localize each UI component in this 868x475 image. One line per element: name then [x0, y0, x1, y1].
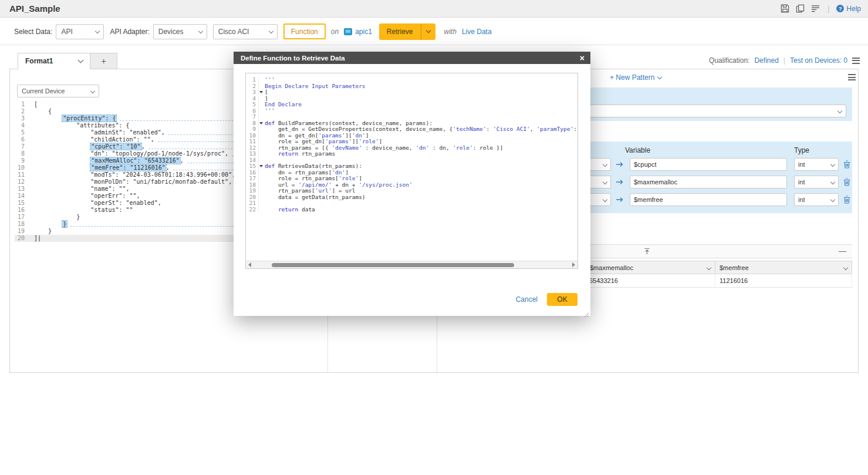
delete-variable-icon[interactable] [843, 178, 852, 186]
code-text: return rtn_params [265, 151, 335, 157]
type-dropdown[interactable]: int [794, 193, 839, 206]
fold-gutter [259, 108, 265, 114]
result-column-header[interactable]: $memfree [715, 261, 852, 274]
line-number: 12 [15, 178, 29, 186]
help-button[interactable]: ? Help [836, 5, 861, 13]
map-arrow-icon [616, 161, 625, 167]
code-line[interactable]: 2Begin Declare Input Parameters [246, 83, 577, 90]
fold-gutter [29, 129, 34, 136]
chevron-down-icon [198, 28, 203, 33]
variable-name-input[interactable] [630, 158, 787, 171]
variable-name-input[interactable] [630, 176, 787, 188]
function-code[interactable]: 1'''2Begin Declare Input Parameters3[4]5… [246, 77, 577, 213]
variable-column-header: Variable [625, 146, 650, 154]
chevron-down-icon [90, 89, 95, 93]
retrieve-split-button[interactable]: Retrieve [379, 23, 435, 40]
close-icon[interactable]: × [580, 54, 585, 62]
test-on-devices-link[interactable]: Test on Devices: 0 [790, 56, 847, 65]
resize-handle-icon[interactable] [584, 309, 590, 315]
chevron-down-icon [707, 265, 711, 269]
device-icon [344, 28, 352, 35]
code-line[interactable]: 22 return data [246, 207, 577, 213]
code-line[interactable]: 6''' [246, 108, 577, 114]
fold-gutter [259, 157, 265, 164]
api-adapter-dropdown[interactable]: Devices [153, 24, 207, 39]
help-icon: ? [836, 5, 844, 12]
code-text: "adminSt": "enabled", [34, 129, 165, 136]
horizontal-scrollbar[interactable] [246, 261, 577, 268]
cancel-button[interactable]: Cancel [516, 295, 538, 304]
device-link[interactable]: apic1 [344, 28, 372, 36]
technology-dropdown[interactable]: Cisco ACI [213, 24, 278, 39]
delete-variable-icon[interactable] [843, 196, 852, 204]
code-line[interactable]: 3[ [246, 89, 577, 96]
line-number: 2 [15, 108, 29, 115]
save-icon[interactable] [780, 4, 790, 14]
delete-variable-icon[interactable] [843, 160, 852, 169]
api-adapter-value: Devices [158, 28, 184, 36]
qualification-row: Qualification: Defined | Test on Devices… [709, 56, 860, 65]
current-device-dropdown[interactable]: Current Device [17, 85, 99, 97]
fold-gutter [29, 235, 34, 242]
scroll-right-arrow[interactable] [570, 261, 577, 268]
code-line[interactable]: 5End Declare [246, 102, 577, 108]
code-text: "monPolDn": "uni/fabric/monfab-default", [34, 178, 232, 186]
qualification-defined-link[interactable]: Defined [754, 56, 778, 65]
minimize-icon[interactable]: — [839, 247, 846, 255]
fold-gutter [259, 77, 265, 83]
ok-button[interactable]: OK [547, 293, 577, 306]
code-text: "procEntity": { [34, 115, 116, 122]
code-text: "attributes": { [34, 122, 130, 129]
code-line[interactable]: 20 data = getData(rtn_params) [246, 194, 577, 201]
code-text: "name": "", [34, 186, 130, 193]
fold-gutter [259, 133, 265, 139]
chevron-down-icon [603, 180, 607, 184]
code-text: } [34, 214, 80, 221]
line-number: 22 [246, 207, 259, 213]
menu-icon[interactable] [852, 58, 860, 64]
code-text: "memFree": "11216016", [34, 164, 170, 171]
current-device-value: Current Device [22, 87, 65, 95]
chevron-down-icon [425, 28, 430, 33]
add-format-tab[interactable]: + [90, 53, 117, 69]
function-code-editor[interactable]: 1'''2Begin Declare Input Parameters3[4]5… [245, 73, 578, 269]
line-number: 1 [15, 101, 29, 108]
scrollbar-thumb[interactable] [272, 263, 514, 267]
new-pattern-link[interactable]: + New Pattern [610, 73, 661, 82]
code-text: Begin Declare Input Parameters [265, 83, 366, 90]
copy-icon[interactable] [795, 4, 805, 14]
variable-name-input[interactable] [630, 193, 787, 206]
scroll-top-icon[interactable] [644, 248, 650, 255]
with-label: with [444, 28, 457, 36]
type-dropdown[interactable]: int [794, 158, 839, 171]
retrieve-dropdown-arrow[interactable] [421, 23, 435, 40]
fold-gutter [29, 214, 34, 221]
fold-gutter [259, 176, 265, 182]
code-text: "modTs": "2024-03-06T01:18:43.996+00:00"… [34, 171, 235, 178]
line-number: 18 [15, 221, 29, 228]
line-number: 8 [15, 150, 29, 157]
line-number: 5 [246, 102, 259, 108]
fold-arrow-icon[interactable] [259, 163, 265, 170]
chevron-down-icon [78, 58, 84, 63]
tab-format1[interactable]: Format1 [18, 53, 90, 69]
line-number: 11 [246, 139, 259, 145]
type-dropdown[interactable]: int [794, 176, 839, 188]
select-data-dropdown[interactable]: API [56, 24, 104, 39]
line-number: 6 [15, 136, 29, 143]
fold-arrow-icon[interactable] [259, 89, 265, 96]
line-number: 10 [15, 164, 29, 171]
code-text: } [34, 228, 52, 235]
retrieve-label: Retrieve [379, 28, 421, 36]
dialog-titlebar[interactable]: Define Function to Retrieve Data × [234, 52, 590, 64]
scroll-left-arrow[interactable] [246, 261, 254, 268]
result-column-header[interactable]: $maxmemalloc [585, 261, 715, 274]
fold-gutter [29, 143, 34, 150]
code-line[interactable]: 13 return rtn_params [246, 151, 577, 157]
fold-gutter [259, 114, 265, 120]
pattern-menu-icon[interactable] [848, 74, 856, 80]
fold-arrow-icon[interactable] [259, 120, 265, 127]
log-list-icon[interactable] [810, 4, 820, 14]
function-button[interactable]: Function [283, 23, 326, 39]
live-data-link[interactable]: Live Data [462, 28, 492, 36]
